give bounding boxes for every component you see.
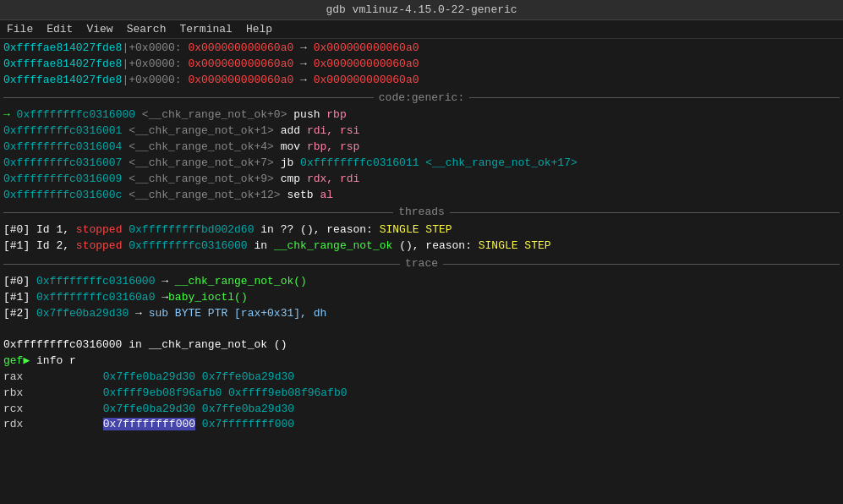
title-text: gdb vmlinuz-4.15.0-22-generic — [326, 3, 517, 16]
code-line-1: 0xffffffffc0316001 <__chk_range_not_ok+1… — [3, 123, 840, 140]
code-line-4: 0xffffffffc0316009 <__chk_range_not_ok+9… — [3, 172, 840, 188]
menubar: File Edit View Search Terminal Help — [0, 20, 843, 39]
code-line-0: → 0xffffffffc0316000 <__chk_range_not_ok… — [3, 107, 840, 123]
code-line-3: 0xffffffffc0316007 <__chk_range_not_ok+7… — [3, 156, 840, 172]
code-section-label: code:generic: — [374, 90, 469, 107]
prompt-line: gef▶ info r — [3, 353, 840, 370]
memory-line-2: 0xffffae814027fde8|+0x0000: 0x0000000000… — [3, 57, 840, 73]
trace-line-2: [#2] 0x7ffe0ba29d30 → sub BYTE PTR [rax+… — [3, 306, 840, 322]
code-line-5: 0xffffffffc031600c <__chk_range_not_ok+1… — [3, 188, 840, 204]
menu-terminal[interactable]: Terminal — [179, 23, 232, 36]
register-rdx: rdx 0x7ffffffff000 0x7ffffffff000 — [3, 417, 840, 433]
trace-section-divider: trace — [3, 256, 840, 272]
memory-line-3: 0xffffae814027fde8|+0x0000: 0x0000000000… — [3, 73, 840, 89]
thread-line-0: [#0] Id 1, stopped 0xfffffffffbd002d60 i… — [3, 222, 840, 238]
register-rcx: rcx 0x7ffe0ba29d30 0x7ffe0ba29d30 — [3, 402, 840, 418]
threads-section-label: threads — [393, 205, 450, 221]
main-content: 0xffffae814027fde8|+0x0000: 0x0000000000… — [0, 39, 843, 435]
trace-section-label: trace — [400, 256, 443, 272]
menu-edit[interactable]: Edit — [47, 23, 73, 36]
spacer-1 — [3, 321, 840, 337]
register-rax: rax 0x7ffe0ba29d30 0x7ffe0ba29d30 — [3, 370, 840, 386]
menu-search[interactable]: Search — [127, 23, 167, 36]
code-line-2: 0xffffffffc0316004 <__chk_range_not_ok+4… — [3, 140, 840, 156]
code-section-divider: code:generic: — [3, 90, 840, 107]
register-rbx: rbx 0xffff9eb08f96afb0 0xffff9eb08f96afb… — [3, 386, 840, 402]
status-line: 0xffffffffc0316000 in __chk_range_not_ok… — [3, 337, 840, 353]
thread-line-1: [#1] Id 2, stopped 0xffffffffc0316000 in… — [3, 238, 840, 255]
menu-view[interactable]: View — [86, 23, 112, 36]
memory-line-1: 0xffffae814027fde8|+0x0000: 0x0000000000… — [3, 41, 840, 57]
trace-line-1: [#1] 0xffffffffc03160a0 →baby_ioctl() — [3, 290, 840, 306]
menu-help[interactable]: Help — [246, 23, 272, 36]
menu-file[interactable]: File — [7, 23, 33, 36]
trace-line-0: [#0] 0xffffffffc0316000 → __chk_range_no… — [3, 274, 840, 290]
threads-section-divider: threads — [3, 205, 840, 221]
titlebar: gdb vmlinuz-4.15.0-22-generic — [0, 0, 843, 20]
